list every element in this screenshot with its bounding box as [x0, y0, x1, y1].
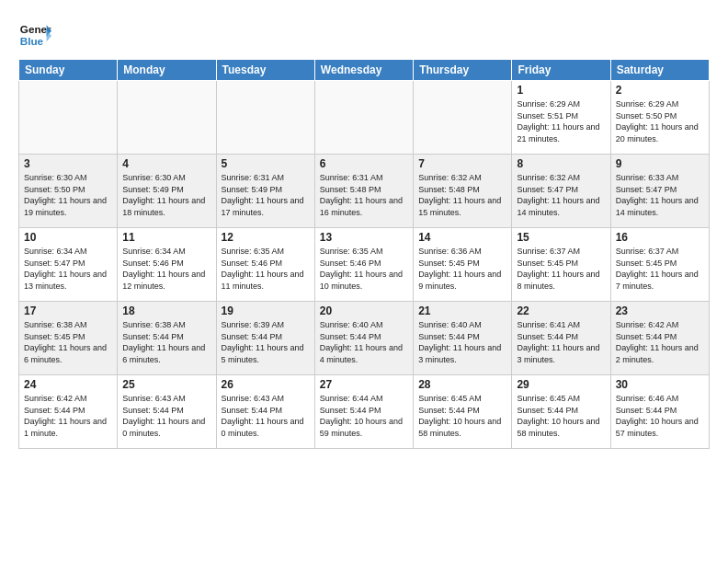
day-cell-17: 17Sunrise: 6:38 AM Sunset: 5:45 PM Dayli…	[19, 302, 118, 375]
day-number: 9	[616, 157, 704, 170]
day-cell-1: 1Sunrise: 6:29 AM Sunset: 5:51 PM Daylig…	[512, 81, 610, 155]
day-number: 4	[122, 157, 210, 170]
logo-icon: General Blue	[18, 18, 51, 52]
day-cell-25: 25Sunrise: 6:43 AM Sunset: 5:44 PM Dayli…	[118, 375, 216, 449]
logo: General Blue	[18, 18, 51, 52]
weekday-header-tuesday: Tuesday	[216, 60, 314, 81]
day-info: Sunrise: 6:34 AM Sunset: 5:46 PM Dayligh…	[122, 246, 210, 292]
day-cell-14: 14Sunrise: 6:36 AM Sunset: 5:45 PM Dayli…	[414, 228, 512, 302]
day-cell-10: 10Sunrise: 6:34 AM Sunset: 5:47 PM Dayli…	[19, 228, 118, 302]
day-info: Sunrise: 6:43 AM Sunset: 5:44 PM Dayligh…	[222, 393, 310, 439]
day-number: 8	[517, 157, 605, 170]
day-cell-22: 22Sunrise: 6:41 AM Sunset: 5:44 PM Dayli…	[512, 302, 610, 375]
day-info: Sunrise: 6:38 AM Sunset: 5:44 PM Dayligh…	[122, 319, 210, 365]
day-cell-4: 4Sunrise: 6:30 AM Sunset: 5:49 PM Daylig…	[118, 155, 216, 228]
day-number: 27	[320, 378, 408, 391]
week-row-3: 10Sunrise: 6:34 AM Sunset: 5:47 PM Dayli…	[19, 228, 710, 302]
day-cell-23: 23Sunrise: 6:42 AM Sunset: 5:44 PM Dayli…	[610, 302, 709, 375]
empty-cell	[314, 81, 413, 155]
empty-cell	[118, 81, 216, 155]
day-number: 11	[122, 231, 210, 244]
day-cell-5: 5Sunrise: 6:31 AM Sunset: 5:49 PM Daylig…	[216, 155, 314, 228]
week-row-2: 3Sunrise: 6:30 AM Sunset: 5:50 PM Daylig…	[19, 155, 710, 228]
day-cell-18: 18Sunrise: 6:38 AM Sunset: 5:44 PM Dayli…	[118, 302, 216, 375]
day-number: 2	[616, 84, 704, 97]
day-number: 5	[222, 157, 310, 170]
day-cell-24: 24Sunrise: 6:42 AM Sunset: 5:44 PM Dayli…	[19, 375, 118, 449]
weekday-header-wednesday: Wednesday	[314, 60, 413, 81]
page-header: General Blue	[18, 15, 710, 52]
day-info: Sunrise: 6:32 AM Sunset: 5:48 PM Dayligh…	[418, 172, 506, 218]
day-info: Sunrise: 6:37 AM Sunset: 5:45 PM Dayligh…	[616, 246, 704, 292]
day-info: Sunrise: 6:36 AM Sunset: 5:45 PM Dayligh…	[418, 246, 506, 292]
week-row-5: 24Sunrise: 6:42 AM Sunset: 5:44 PM Dayli…	[19, 375, 710, 449]
day-number: 3	[24, 157, 112, 170]
weekday-header-friday: Friday	[512, 60, 610, 81]
day-number: 25	[122, 378, 210, 391]
day-info: Sunrise: 6:40 AM Sunset: 5:44 PM Dayligh…	[418, 319, 506, 365]
day-info: Sunrise: 6:39 AM Sunset: 5:44 PM Dayligh…	[222, 319, 310, 365]
day-info: Sunrise: 6:35 AM Sunset: 5:46 PM Dayligh…	[222, 246, 310, 292]
week-row-1: 1Sunrise: 6:29 AM Sunset: 5:51 PM Daylig…	[19, 81, 710, 155]
day-info: Sunrise: 6:42 AM Sunset: 5:44 PM Dayligh…	[24, 393, 112, 439]
svg-text:Blue: Blue	[20, 35, 44, 47]
day-info: Sunrise: 6:43 AM Sunset: 5:44 PM Dayligh…	[122, 393, 210, 439]
day-cell-9: 9Sunrise: 6:33 AM Sunset: 5:47 PM Daylig…	[610, 155, 709, 228]
day-cell-29: 29Sunrise: 6:45 AM Sunset: 5:44 PM Dayli…	[512, 375, 610, 449]
day-number: 30	[616, 378, 704, 391]
empty-cell	[216, 81, 314, 155]
day-info: Sunrise: 6:44 AM Sunset: 5:44 PM Dayligh…	[320, 393, 408, 439]
day-info: Sunrise: 6:29 AM Sunset: 5:50 PM Dayligh…	[616, 98, 704, 144]
day-info: Sunrise: 6:45 AM Sunset: 5:44 PM Dayligh…	[517, 393, 605, 439]
day-cell-28: 28Sunrise: 6:45 AM Sunset: 5:44 PM Dayli…	[414, 375, 512, 449]
day-number: 19	[222, 304, 310, 317]
day-info: Sunrise: 6:33 AM Sunset: 5:47 PM Dayligh…	[616, 172, 704, 218]
weekday-header-thursday: Thursday	[414, 60, 512, 81]
day-cell-2: 2Sunrise: 6:29 AM Sunset: 5:50 PM Daylig…	[610, 81, 709, 155]
day-cell-7: 7Sunrise: 6:32 AM Sunset: 5:48 PM Daylig…	[414, 155, 512, 228]
day-cell-26: 26Sunrise: 6:43 AM Sunset: 5:44 PM Dayli…	[216, 375, 314, 449]
day-cell-8: 8Sunrise: 6:32 AM Sunset: 5:47 PM Daylig…	[512, 155, 610, 228]
day-number: 26	[222, 378, 310, 391]
day-cell-15: 15Sunrise: 6:37 AM Sunset: 5:45 PM Dayli…	[512, 228, 610, 302]
day-info: Sunrise: 6:32 AM Sunset: 5:47 PM Dayligh…	[517, 172, 605, 218]
day-cell-27: 27Sunrise: 6:44 AM Sunset: 5:44 PM Dayli…	[314, 375, 413, 449]
day-number: 15	[517, 231, 605, 244]
day-cell-3: 3Sunrise: 6:30 AM Sunset: 5:50 PM Daylig…	[19, 155, 118, 228]
day-number: 12	[222, 231, 310, 244]
day-info: Sunrise: 6:29 AM Sunset: 5:51 PM Dayligh…	[517, 98, 605, 144]
day-number: 17	[24, 304, 112, 317]
day-info: Sunrise: 6:45 AM Sunset: 5:44 PM Dayligh…	[418, 393, 506, 439]
empty-cell	[414, 81, 512, 155]
week-row-4: 17Sunrise: 6:38 AM Sunset: 5:45 PM Dayli…	[19, 302, 710, 375]
day-info: Sunrise: 6:40 AM Sunset: 5:44 PM Dayligh…	[320, 319, 408, 365]
day-number: 6	[320, 157, 408, 170]
weekday-header-sunday: Sunday	[19, 60, 118, 81]
day-info: Sunrise: 6:30 AM Sunset: 5:49 PM Dayligh…	[122, 172, 210, 218]
day-number: 14	[418, 231, 506, 244]
day-cell-6: 6Sunrise: 6:31 AM Sunset: 5:48 PM Daylig…	[314, 155, 413, 228]
day-cell-30: 30Sunrise: 6:46 AM Sunset: 5:44 PM Dayli…	[610, 375, 709, 449]
day-info: Sunrise: 6:31 AM Sunset: 5:48 PM Dayligh…	[320, 172, 408, 218]
day-number: 16	[616, 231, 704, 244]
day-number: 13	[320, 231, 408, 244]
day-info: Sunrise: 6:37 AM Sunset: 5:45 PM Dayligh…	[517, 246, 605, 292]
weekday-header-row: SundayMondayTuesdayWednesdayThursdayFrid…	[19, 60, 710, 81]
day-number: 10	[24, 231, 112, 244]
day-number: 7	[418, 157, 506, 170]
day-number: 24	[24, 378, 112, 391]
day-number: 22	[517, 304, 605, 317]
day-info: Sunrise: 6:42 AM Sunset: 5:44 PM Dayligh…	[616, 319, 704, 365]
day-info: Sunrise: 6:35 AM Sunset: 5:46 PM Dayligh…	[320, 246, 408, 292]
day-cell-11: 11Sunrise: 6:34 AM Sunset: 5:46 PM Dayli…	[118, 228, 216, 302]
day-number: 23	[616, 304, 704, 317]
day-cell-12: 12Sunrise: 6:35 AM Sunset: 5:46 PM Dayli…	[216, 228, 314, 302]
day-number: 29	[517, 378, 605, 391]
day-cell-20: 20Sunrise: 6:40 AM Sunset: 5:44 PM Dayli…	[314, 302, 413, 375]
weekday-header-monday: Monday	[118, 60, 216, 81]
day-cell-21: 21Sunrise: 6:40 AM Sunset: 5:44 PM Dayli…	[414, 302, 512, 375]
day-number: 20	[320, 304, 408, 317]
calendar-table: SundayMondayTuesdayWednesdayThursdayFrid…	[18, 59, 710, 449]
day-info: Sunrise: 6:38 AM Sunset: 5:45 PM Dayligh…	[24, 319, 112, 365]
weekday-header-saturday: Saturday	[610, 60, 709, 81]
